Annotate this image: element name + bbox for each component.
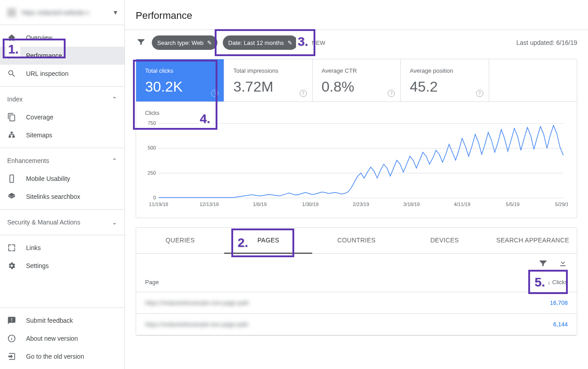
tab-countries[interactable]: COUNTRIES — [312, 228, 400, 253]
table-row[interactable]: https://redacted/example-one-page-path16… — [136, 292, 577, 314]
metric-total-clicks[interactable]: Total clicks 30.2K ? — [136, 59, 224, 101]
add-filter-button[interactable]: + NEW — [303, 40, 329, 46]
sidebar-item-label: Mobile Usability — [26, 175, 70, 182]
chevron-up-icon: ⌃ — [112, 96, 117, 103]
info-icon — [7, 334, 16, 343]
sidebar-item-about[interactable]: About new version — [0, 329, 124, 347]
svg-text:1/6/19: 1/6/19 — [253, 202, 267, 207]
metric-label: Total clicks — [145, 67, 215, 74]
sidebar-item-settings[interactable]: Settings — [0, 257, 124, 275]
date-chip[interactable]: Date: Last 12 months ✎ — [223, 35, 298, 50]
cell-clicks: 6,144 — [553, 321, 568, 328]
clicks-line-chart: 025050075011/19/1812/13/181/6/191/30/192… — [145, 119, 568, 209]
main: Performance Search type: Web ✎ Date: Las… — [125, 0, 588, 369]
download-icon[interactable] — [558, 258, 568, 268]
tab-pages[interactable]: PAGES — [224, 228, 312, 254]
sidebar-item-overview[interactable]: Overview — [0, 29, 124, 47]
metric-label: Average CTR — [322, 67, 391, 74]
metric-avg-ctr[interactable]: Average CTR 0.8% ? — [313, 59, 401, 101]
tabs: QUERIESPAGESCOUNTRIESDEVICESSEARCH APPEA… — [136, 228, 577, 254]
mobile-icon — [7, 174, 16, 183]
sidebar-item-label: Submit feedback — [26, 317, 73, 324]
chart-legend: Clicks — [145, 107, 568, 119]
sidebar-item-performance[interactable]: Performance — [0, 47, 124, 65]
metric-value: 3.72M — [233, 79, 303, 95]
cell-clicks: 16,708 — [550, 299, 568, 306]
svg-text:11/19/18: 11/19/18 — [149, 202, 168, 207]
sidebar-item-label: Go to the old version — [26, 353, 84, 360]
help-icon[interactable]: ? — [388, 90, 395, 97]
help-icon[interactable]: ? — [300, 90, 307, 97]
data-card: QUERIESPAGESCOUNTRIESDEVICESSEARCH APPEA… — [136, 227, 577, 336]
svg-text:1/30/19: 1/30/19 — [302, 202, 319, 207]
svg-text:500: 500 — [148, 145, 156, 150]
svg-text:4/11/19: 4/11/19 — [454, 202, 470, 207]
sidebar-item-label: Coverage — [26, 114, 53, 121]
filter-toolbar: Search type: Web ✎ Date: Last 12 months … — [125, 30, 588, 55]
sidebar-section-security[interactable]: Security & Manual Actions ⌄ — [0, 213, 124, 231]
last-updated: Last updated: 6/16/19 — [517, 39, 577, 46]
svg-text:3/18/19: 3/18/19 — [403, 202, 420, 207]
property-selector[interactable]: https redacted website c ▾ — [0, 0, 124, 25]
table-toolbar — [136, 254, 577, 272]
svg-text:12/13/18: 12/13/18 — [199, 202, 219, 207]
column-label: Clicks — [552, 279, 568, 286]
sidebar-item-coverage[interactable]: Coverage — [0, 108, 124, 126]
sidebar-item-sitemaps[interactable]: Sitemaps — [0, 126, 124, 144]
sidebar-item-old-version[interactable]: Go to the old version — [0, 347, 124, 365]
metric-value: 30.2K — [145, 79, 215, 95]
chart-card: Clicks 025050075011/19/1812/13/181/6/191… — [136, 102, 577, 218]
sidebar-item-label: Links — [26, 244, 41, 251]
coverage-icon — [7, 113, 16, 122]
column-clicks[interactable]: ↓ Clicks — [548, 279, 568, 286]
sidebar-item-feedback[interactable]: Submit feedback — [0, 312, 124, 329]
search-icon — [7, 69, 16, 78]
chevron-down-icon: ▾ — [114, 8, 117, 17]
feedback-icon — [7, 316, 16, 325]
tab-queries[interactable]: QUERIES — [136, 228, 224, 253]
svg-text:250: 250 — [148, 170, 156, 176]
help-icon[interactable]: ? — [211, 90, 218, 97]
filter-icon[interactable] — [136, 37, 146, 48]
svg-text:750: 750 — [148, 120, 156, 126]
metric-label: Average position — [410, 67, 479, 74]
metric-value: 0.8% — [322, 79, 391, 95]
svg-text:5/29/19: 5/29/19 — [555, 202, 568, 207]
nav: Overview Performance 1. URL inspection I… — [0, 25, 124, 308]
metrics-row: Total clicks 30.2K ? Total impressions 3… — [136, 59, 577, 102]
svg-text:0: 0 — [153, 195, 156, 200]
search-type-chip[interactable]: Search type: Web ✎ — [152, 35, 217, 50]
metric-value: 45.2 — [410, 79, 479, 95]
svg-text:5/5/19: 5/5/19 — [506, 202, 520, 207]
table-row[interactable]: https://redacted/example-two-page-path6,… — [136, 314, 577, 335]
sidebar-item-mobile-usability[interactable]: Mobile Usability — [0, 170, 124, 188]
layers-icon — [7, 192, 16, 201]
sidebar-item-label: Sitemaps — [26, 132, 52, 139]
table-header: Page ↓ Clicks — [136, 272, 577, 292]
sidebar-item-label: Overview — [26, 34, 52, 41]
sitemap-icon — [7, 131, 16, 140]
sidebar: https redacted website c ▾ Overview Perf… — [0, 0, 125, 369]
sidebar-item-links[interactable]: Links — [0, 239, 124, 257]
metric-avg-position[interactable]: Average position 45.2 ? — [401, 59, 489, 101]
column-page[interactable]: Page — [145, 279, 548, 286]
tab-search-appearance[interactable]: SEARCH APPEARANCE — [489, 228, 577, 253]
section-label: Security & Manual Actions — [7, 219, 80, 226]
tab-devices[interactable]: DEVICES — [401, 228, 489, 253]
sidebar-section-index[interactable]: Index ⌃ — [0, 90, 124, 108]
sidebar-item-sitelinks[interactable]: Sitelinks searchbox — [0, 188, 124, 206]
sidebar-item-label: Performance — [26, 52, 62, 59]
sidebar-item-label: About new version — [26, 335, 78, 342]
sort-arrow-icon: ↓ — [548, 279, 551, 286]
chart-icon — [7, 51, 16, 60]
section-label: Index — [7, 96, 22, 103]
sidebar-item-url-inspection[interactable]: URL inspection — [0, 65, 124, 83]
chevron-up-icon: ⌃ — [112, 157, 117, 164]
metric-total-impressions[interactable]: Total impressions 3.72M ? — [224, 59, 312, 101]
help-icon[interactable]: ? — [476, 90, 483, 97]
table-filter-icon[interactable] — [538, 258, 548, 268]
pencil-icon: ✎ — [207, 40, 212, 46]
sidebar-item-label: URL inspection — [26, 70, 68, 77]
sidebar-section-enhancements[interactable]: Enhancements ⌃ — [0, 152, 124, 170]
links-icon — [7, 243, 16, 252]
